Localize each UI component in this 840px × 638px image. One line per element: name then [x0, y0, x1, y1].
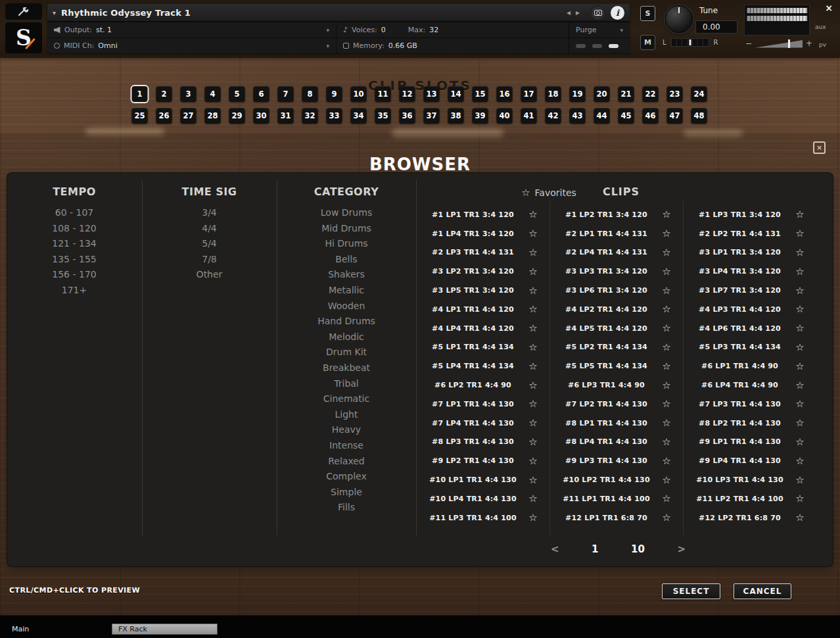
clip-slot[interactable]: 40 [497, 108, 513, 124]
clip-slot[interactable]: 39 [473, 108, 488, 124]
clip-item[interactable]: #9 LP4 TR1 4:4 130 ☆ [683, 451, 816, 470]
favorite-star-icon[interactable]: ☆ [794, 455, 806, 467]
clip-item[interactable]: #6 LP3 TR1 4:4 90 ☆ [549, 376, 683, 395]
favorite-star-icon[interactable]: ☆ [794, 247, 806, 258]
favorite-star-icon[interactable]: ☆ [794, 398, 806, 410]
favorite-star-icon[interactable]: ☆ [661, 474, 672, 486]
clip-item[interactable]: #4 LP6 TR1 4:4 120 ☆ [683, 319, 816, 338]
clip-slot[interactable]: 1 [132, 86, 148, 102]
clip-slot[interactable]: 23 [667, 86, 683, 102]
favorite-star-icon[interactable]: ☆ [527, 285, 539, 297]
favorite-star-icon[interactable]: ☆ [527, 360, 539, 372]
mute-button[interactable]: M [640, 35, 655, 50]
favorite-star-icon[interactable]: ☆ [661, 493, 672, 504]
clip-slot[interactable]: 4 [205, 86, 221, 102]
clip-slot[interactable]: 14 [448, 86, 464, 102]
soundiron-logo[interactable]: S [5, 22, 42, 53]
clip-item[interactable]: #10 LP3 TR1 4:4 130 ☆ [683, 470, 816, 489]
clip-item[interactable]: #11 LP1 TR1 4:4 100 ☆ [549, 489, 683, 508]
solo-button[interactable]: S [640, 6, 655, 21]
clip-slot[interactable]: 18 [546, 86, 561, 102]
favorite-star-icon[interactable]: ☆ [527, 417, 539, 429]
clip-item[interactable]: #3 LP2 TR1 3:4 120 ☆ [416, 262, 549, 281]
volume-minus-icon[interactable]: − [745, 39, 752, 48]
favorites-star-icon[interactable]: ☆ [521, 187, 530, 199]
tempo-option[interactable]: 156 - 170 [7, 267, 142, 283]
purge-dropdown-icon[interactable]: ▾ [620, 27, 623, 34]
category-option[interactable]: Fills [277, 500, 416, 516]
category-option[interactable]: Metallic [277, 283, 416, 299]
favorite-star-icon[interactable]: ☆ [794, 417, 806, 429]
category-option[interactable]: Low Drums [277, 205, 416, 221]
favorite-star-icon[interactable]: ☆ [527, 493, 539, 504]
clip-slot[interactable]: 10 [351, 86, 367, 102]
clip-item[interactable]: #10 LP1 TR1 4:4 130 ☆ [416, 470, 549, 489]
clip-slot[interactable]: 13 [424, 86, 440, 102]
clip-item[interactable]: #5 LP3 TR1 4:4 134 ☆ [683, 338, 816, 357]
clip-slot[interactable]: 34 [351, 108, 367, 124]
favorite-star-icon[interactable]: ☆ [794, 474, 806, 486]
favorite-star-icon[interactable]: ☆ [661, 228, 672, 239]
clip-item[interactable]: #4 LP3 TR1 4:4 120 ☆ [683, 300, 816, 319]
clip-item[interactable]: #3 LP7 TR1 3:4 120 ☆ [683, 281, 816, 300]
clip-item[interactable]: #5 LP5 TR1 4:4 134 ☆ [549, 356, 683, 376]
clip-item[interactable]: #10 LP2 TR1 4:4 130 ☆ [549, 470, 683, 489]
tempo-option[interactable]: 121 - 134 [7, 236, 142, 252]
tune-value[interactable]: 0.00 [695, 20, 737, 34]
category-option[interactable]: Cinematic [277, 391, 416, 407]
pv-label[interactable]: pv [819, 41, 826, 48]
category-option[interactable]: Intense [277, 438, 416, 454]
clip-item[interactable]: #4 LP5 TR1 4:4 120 ☆ [549, 319, 683, 338]
favorite-star-icon[interactable]: ☆ [794, 322, 806, 334]
clip-slot[interactable]: 32 [302, 108, 318, 124]
category-option[interactable]: Heavy [277, 422, 416, 438]
output-dropdown-icon[interactable]: ▾ [326, 27, 329, 34]
clip-slot[interactable]: 44 [594, 108, 610, 124]
favorite-star-icon[interactable]: ☆ [527, 341, 539, 353]
tab-main[interactable]: Main [12, 625, 29, 633]
clip-slot[interactable]: 6 [254, 86, 269, 102]
favorite-star-icon[interactable]: ☆ [661, 436, 672, 448]
next-instrument-icon[interactable]: ▸ [576, 8, 580, 17]
favorite-star-icon[interactable]: ☆ [794, 303, 806, 315]
clip-item[interactable]: #2 LP2 TR1 4:4 131 ☆ [683, 224, 816, 243]
tempo-option[interactable]: 135 - 155 [7, 252, 142, 268]
category-option[interactable]: Tribal [277, 376, 416, 392]
clip-item[interactable]: #3 LP5 TR1 3:4 120 ☆ [416, 281, 549, 300]
category-option[interactable]: Mid Drums [277, 221, 416, 237]
favorite-star-icon[interactable]: ☆ [527, 474, 539, 486]
favorite-star-icon[interactable]: ☆ [661, 417, 672, 429]
clip-slot[interactable]: 9 [327, 86, 342, 102]
category-option[interactable]: Hi Drums [277, 236, 416, 252]
clip-item[interactable]: #5 LP2 TR1 4:4 134 ☆ [549, 338, 683, 357]
favorite-star-icon[interactable]: ☆ [794, 493, 806, 504]
clip-item[interactable]: #6 LP2 TR1 4:4 90 ☆ [416, 376, 549, 395]
favorite-star-icon[interactable]: ☆ [527, 512, 539, 524]
favorite-star-icon[interactable]: ☆ [661, 360, 672, 372]
wrench-icon[interactable] [5, 3, 42, 20]
clip-item[interactable]: #8 LP1 TR1 4:4 130 ☆ [549, 414, 683, 433]
clip-slot[interactable]: 46 [643, 108, 659, 124]
clip-item[interactable]: #8 LP2 TR1 4:4 130 ☆ [683, 414, 816, 433]
favorite-star-icon[interactable]: ☆ [661, 285, 672, 297]
clip-slot[interactable]: 5 [229, 86, 245, 102]
clip-item[interactable]: #4 LP1 TR1 4:4 120 ☆ [416, 300, 549, 319]
favorite-star-icon[interactable]: ☆ [661, 322, 672, 334]
favorite-star-icon[interactable]: ☆ [527, 436, 539, 448]
clip-slot[interactable]: 28 [205, 108, 221, 124]
favorite-star-icon[interactable]: ☆ [661, 398, 672, 410]
clip-item[interactable]: #6 LP1 TR1 4:4 90 ☆ [683, 356, 816, 376]
midi-channel-selector[interactable]: MIDI Ch: Omni ▾ [47, 37, 337, 53]
category-option[interactable]: Melodic [277, 330, 416, 345]
volume-slider[interactable] [755, 39, 803, 48]
category-option[interactable]: Light [277, 407, 416, 423]
clip-slot[interactable]: 48 [691, 108, 707, 124]
clip-slot[interactable]: 12 [400, 86, 415, 102]
clip-item[interactable]: #2 LP3 TR1 4:4 131 ☆ [416, 243, 549, 262]
clip-item[interactable]: #9 LP2 TR1 4:4 130 ☆ [416, 451, 549, 470]
clip-item[interactable]: #1 LP1 TR1 3:4 120 ☆ [416, 205, 549, 224]
select-button[interactable]: SELECT [662, 583, 720, 599]
clip-slot[interactable]: 43 [570, 108, 586, 124]
favorite-star-icon[interactable]: ☆ [527, 455, 539, 467]
clip-slot[interactable]: 7 [278, 86, 294, 102]
